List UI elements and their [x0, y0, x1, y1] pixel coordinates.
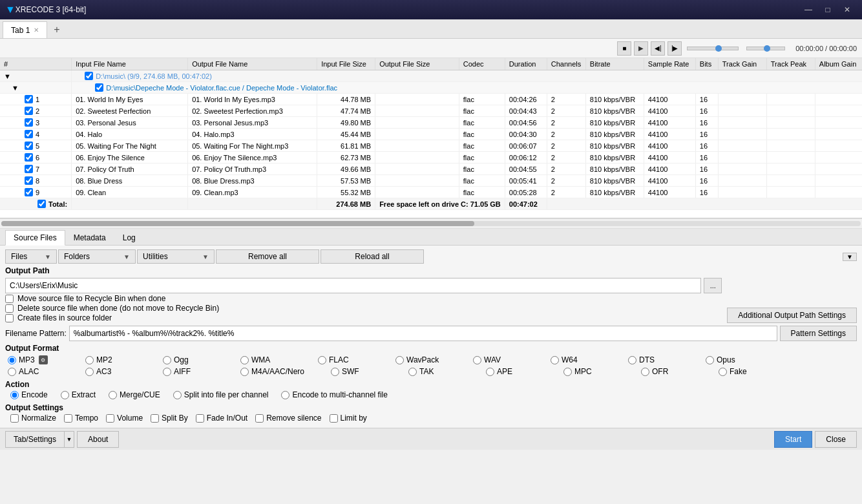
col-codec[interactable]: Codec — [459, 58, 505, 70]
table-row[interactable]: 9 09. Clean 09. Clean.mp3 55.32 MB flac … — [0, 187, 862, 198]
format-ac3-radio[interactable] — [85, 368, 94, 376]
table-row[interactable]: 3 03. Personal Jesus 03. Personal Jesus.… — [0, 117, 862, 129]
table-row[interactable]: ▼ D:\music\Depeche Mode - Violator.flac.… — [0, 82, 862, 94]
output-path-input[interactable] — [5, 278, 701, 293]
tab-metadata[interactable]: Metadata — [65, 230, 114, 245]
table-row[interactable]: 4 04. Halo 04. Halo.mp3 45.44 MB flac 00… — [0, 129, 862, 140]
split-by-checkbox[interactable] — [151, 414, 159, 423]
action-multichannel-radio[interactable] — [281, 391, 289, 399]
reload-all-button[interactable]: Reload all — [321, 249, 424, 264]
table-row[interactable]: 6 06. Enjoy The Silence 06. Enjoy The Si… — [0, 152, 862, 163]
mp3-settings-icon[interactable]: ⚙ — [39, 355, 48, 364]
tab-1[interactable]: Tab 1 ✕ — [3, 21, 47, 38]
col-num[interactable]: # — [0, 58, 72, 70]
format-flac-radio[interactable] — [318, 356, 326, 364]
format-ogg-radio[interactable] — [163, 356, 171, 364]
file-table-container[interactable]: # Input File Name Output File Name Input… — [0, 58, 862, 218]
total-checkbox[interactable] — [37, 200, 46, 208]
recycle-checkbox[interactable] — [5, 295, 14, 303]
format-mpc-radio[interactable] — [563, 368, 572, 376]
pattern-settings-button[interactable]: Pattern Settings — [780, 326, 857, 341]
format-wav-radio[interactable] — [473, 356, 481, 364]
track-checkbox[interactable] — [25, 130, 33, 138]
col-track-gain[interactable]: Track Gain — [718, 58, 766, 70]
source-folder-checkbox[interactable] — [5, 314, 14, 322]
album-expand[interactable]: ▼ — [0, 82, 72, 94]
toolbar-more-button[interactable]: ▼ — [843, 253, 857, 261]
limit-by-checkbox[interactable] — [330, 414, 338, 423]
format-w64-radio[interactable] — [551, 356, 559, 364]
files-button[interactable]: Files ▼ — [5, 249, 57, 264]
remove-all-button[interactable]: Remove all — [216, 249, 319, 264]
tab-log[interactable]: Log — [114, 230, 144, 245]
format-swf-radio[interactable] — [331, 368, 339, 376]
start-button[interactable]: Start — [774, 431, 812, 448]
remove-silence-checkbox[interactable] — [255, 414, 264, 423]
browse-button[interactable]: ... — [704, 278, 722, 293]
album-checkbox[interactable] — [95, 83, 103, 92]
col-output-size[interactable]: Output File Size — [375, 58, 459, 70]
scroll-thumb[interactable] — [1, 221, 474, 226]
format-mp2-radio[interactable] — [85, 356, 94, 364]
horizontal-scrollbar[interactable] — [0, 218, 862, 229]
progress-slider[interactable] — [746, 47, 785, 50]
volume-checkbox[interactable] — [106, 414, 114, 423]
additional-output-path-settings-button[interactable]: Additional Output Path Settings — [727, 308, 857, 323]
action-split-channel-radio[interactable] — [173, 391, 182, 399]
table-row[interactable]: 5 05. Waiting For The Night 05. Waiting … — [0, 140, 862, 152]
about-button[interactable]: About — [77, 431, 119, 448]
track-checkbox[interactable] — [25, 153, 33, 162]
col-bits[interactable]: Bits — [695, 58, 718, 70]
maximize-button[interactable]: □ — [818, 0, 837, 19]
normalize-checkbox[interactable] — [10, 414, 19, 423]
format-wma-radio[interactable] — [240, 356, 249, 364]
format-aiff-radio[interactable] — [163, 368, 171, 376]
utilities-button[interactable]: Utilities ▼ — [137, 249, 215, 264]
close-button[interactable]: ✕ — [837, 0, 857, 19]
tab-settings-button[interactable]: Tab/Settings — [5, 431, 64, 448]
col-track-peak[interactable]: Track Peak — [766, 58, 815, 70]
col-input-size[interactable]: Input File Size — [317, 58, 375, 70]
action-extract-radio[interactable] — [61, 391, 69, 399]
format-alac-radio[interactable] — [8, 368, 16, 376]
next-button[interactable]: |▶ — [668, 41, 682, 56]
prev-button[interactable]: ◀| — [651, 41, 665, 56]
volume-slider[interactable] — [687, 47, 739, 50]
col-bitrate[interactable]: Bitrate — [585, 58, 644, 70]
tab-close-icon[interactable]: ✕ — [34, 26, 39, 34]
tempo-checkbox[interactable] — [64, 414, 72, 423]
track-checkbox[interactable] — [25, 95, 33, 103]
scroll-track[interactable] — [1, 221, 861, 226]
track-checkbox[interactable] — [25, 118, 33, 127]
stop-button[interactable]: ■ — [617, 41, 631, 56]
format-tak-radio[interactable] — [408, 368, 417, 376]
table-row[interactable]: 2 02. Sweetest Perfection 02. Sweetest P… — [0, 105, 862, 117]
track-checkbox[interactable] — [25, 107, 33, 115]
minimize-button[interactable]: — — [799, 0, 818, 19]
col-input-name[interactable]: Input File Name — [72, 58, 188, 70]
play-button[interactable]: ▶ — [634, 41, 648, 56]
add-tab-button[interactable]: + — [48, 21, 65, 38]
tab-source-files[interactable]: Source Files — [5, 230, 65, 246]
track-checkbox[interactable] — [25, 176, 33, 185]
track-checkbox[interactable] — [25, 142, 33, 150]
table-row[interactable]: ▼ D:\music\ (9/9, 274.68 MB, 00:47:02) — [0, 70, 862, 82]
col-duration[interactable]: Duration — [505, 58, 547, 70]
folder-expand[interactable]: ▼ — [0, 70, 72, 82]
format-mp3-radio[interactable] — [8, 356, 16, 364]
action-merge-radio[interactable] — [109, 391, 117, 399]
col-album-gain[interactable]: Album Gain — [815, 58, 862, 70]
table-row[interactable]: 1 01. World In My Eyes 01. World In My E… — [0, 94, 862, 105]
fade-checkbox[interactable] — [196, 414, 204, 423]
format-ape-radio[interactable] — [486, 368, 494, 376]
table-row[interactable]: 7 07. Policy Of Truth 07. Policy Of Trut… — [0, 163, 862, 175]
folders-button[interactable]: Folders ▼ — [58, 249, 136, 264]
format-m4a-radio[interactable] — [240, 368, 249, 376]
format-opus-radio[interactable] — [706, 356, 714, 364]
action-encode-radio[interactable] — [10, 391, 19, 399]
format-fake-radio[interactable] — [719, 368, 727, 376]
col-channels[interactable]: Channels — [547, 58, 585, 70]
close-button-bottom[interactable]: Close — [815, 431, 857, 448]
folder-checkbox[interactable] — [85, 72, 93, 80]
tab-settings-arrow[interactable]: ▼ — [64, 431, 74, 448]
